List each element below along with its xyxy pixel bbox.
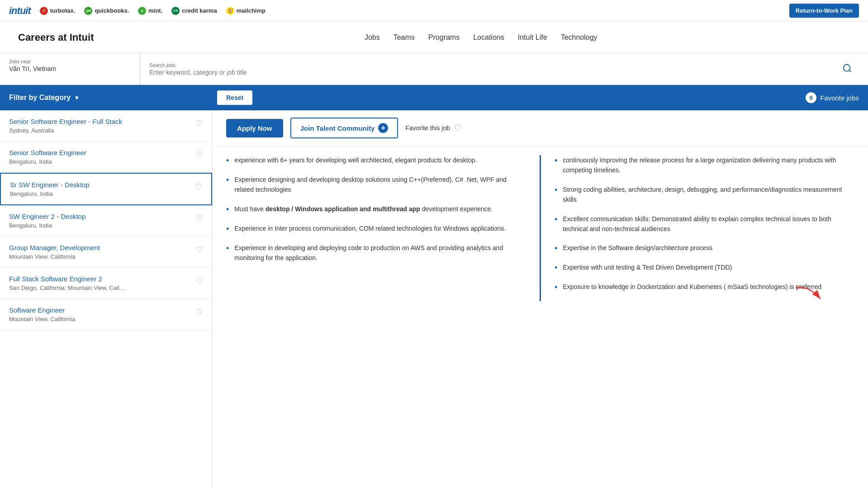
- bullet-text: experience with 6+ years for developing …: [234, 155, 477, 165]
- search-label: Search jobs: [149, 62, 835, 68]
- bullet-item: • Exposure to knowledge in Dockerization…: [555, 282, 854, 292]
- bullet-text: Must have desktop / Windows application …: [234, 204, 493, 214]
- bullet-text: Experience in developing and deploying c…: [234, 243, 526, 263]
- bullet-item: • Expertise with unit testing & Test Dri…: [555, 262, 854, 273]
- favorite-heart-icon[interactable]: ♡: [196, 245, 203, 255]
- svg-line-1: [849, 70, 851, 72]
- nav-programs[interactable]: Programs: [428, 31, 460, 44]
- turbotax-brand[interactable]: ✓ turbotax.: [40, 7, 76, 15]
- favorite-heart-icon[interactable]: ♡: [196, 150, 203, 160]
- favorite-heart-icon[interactable]: ♡: [196, 307, 203, 317]
- job-list-panel: Senior Software Engineer - Full Stack Sy…: [0, 110, 213, 487]
- list-item[interactable]: Software Engineer Mountain View, Califor…: [0, 299, 212, 330]
- bullet-text: Expertise with unit testing & Test Drive…: [563, 262, 732, 272]
- job-location: Mountain View, California: [9, 316, 75, 322]
- bullet-item: • continuously improving the release pro…: [555, 155, 854, 175]
- bullet-item: • Excellent communication skills: Demons…: [555, 214, 854, 234]
- brand-logos: intuit ✓ turbotax. QB quickbooks. ● mint…: [9, 5, 778, 17]
- top-bar: intuit ✓ turbotax. QB quickbooks. ● mint…: [0, 0, 868, 22]
- bullet-item: • Experience designing and developing de…: [226, 175, 526, 195]
- favorite-job-button[interactable]: Favorite this job ♡: [405, 123, 462, 133]
- job-description: • experience with 6+ years for developin…: [213, 146, 868, 310]
- job-desc-right: • continuously improving the release pro…: [541, 155, 854, 301]
- job-title: Senior Software Engineer - Full Stack: [9, 118, 122, 125]
- bullet-item: • experience with 6+ years for developin…: [226, 155, 526, 166]
- job-title: Group Manager, Development: [9, 244, 100, 251]
- favorite-jobs-section: 0 Favorite jobs: [806, 92, 859, 103]
- bullet-text: Strong coding abilities, architecture, d…: [563, 185, 854, 205]
- nav-technology[interactable]: Technology: [561, 31, 598, 44]
- svg-point-0: [844, 65, 850, 71]
- bullet-icon: •: [226, 224, 229, 234]
- bullet-text: Experience designing and developing desk…: [234, 175, 526, 195]
- favorite-heart-icon[interactable]: ♡: [195, 182, 202, 192]
- bullet-icon: •: [555, 185, 557, 195]
- search-section: Search jobs: [140, 53, 868, 85]
- bullet-icon: •: [555, 283, 557, 292]
- list-item[interactable]: Senior Software Engineer Bengaluru, Indi…: [0, 142, 212, 173]
- nav-jobs[interactable]: Jobs: [365, 31, 380, 44]
- chevron-down-icon: ▾: [75, 94, 78, 101]
- nav-locations[interactable]: Locations: [473, 31, 504, 44]
- bullet-icon: •: [226, 244, 229, 253]
- search-icon: [842, 63, 852, 73]
- heart-icon: ♡: [454, 123, 462, 133]
- list-item[interactable]: Senior Software Engineer - Full Stack Sy…: [0, 110, 212, 142]
- bullet-text: continuously improving the release proce…: [563, 155, 854, 175]
- search-bar: Jobs near Văn Trì, Vietnam Search jobs: [0, 53, 868, 85]
- bullet-icon: •: [555, 244, 557, 253]
- job-location: Bengaluru, India: [9, 158, 86, 165]
- mint-brand[interactable]: ● mint.: [138, 7, 162, 15]
- annotation-arrow: [791, 283, 827, 306]
- nav-teams[interactable]: Teams: [394, 31, 415, 44]
- mint-label: mint.: [148, 7, 162, 14]
- list-item-active[interactable]: Sr SW Engineer - Desktop Bengaluru, Indi…: [0, 173, 212, 205]
- join-talent-button[interactable]: Join Talent Community +: [290, 118, 398, 138]
- location-value: Văn Trì, Vietnam: [9, 65, 56, 72]
- bullet-icon: •: [226, 205, 229, 214]
- favorite-job-label: Favorite this job: [405, 124, 450, 132]
- bullet-item: • Must have desktop / Windows applicatio…: [226, 204, 526, 214]
- apply-now-button[interactable]: Apply Now: [226, 119, 283, 137]
- bullet-item: • Expertise in the Software design/archi…: [555, 243, 854, 253]
- location-section: Jobs near Văn Trì, Vietnam: [0, 53, 140, 85]
- bullet-item: • Experience in Inter process communicat…: [226, 223, 526, 234]
- filter-category-dropdown[interactable]: Filter by Category ▾: [9, 94, 217, 102]
- creditkarma-brand[interactable]: CK credit karma: [171, 7, 217, 15]
- bullet-item: • Experience in developing and deploying…: [226, 243, 526, 263]
- job-desc-left: • experience with 6+ years for developin…: [226, 155, 541, 301]
- reset-button[interactable]: Reset: [217, 90, 252, 105]
- bullet-icon: •: [555, 263, 557, 273]
- job-title: Software Engineer: [9, 306, 75, 314]
- list-item[interactable]: Group Manager, Development Mountain View…: [0, 237, 212, 268]
- quickbooks-brand[interactable]: QB quickbooks.: [84, 7, 129, 15]
- favorite-jobs-label: Favorite jobs: [820, 94, 859, 102]
- favorite-count-badge: 0: [806, 92, 816, 103]
- search-button[interactable]: [835, 59, 859, 79]
- job-location: Bengaluru, India: [9, 222, 85, 229]
- filter-bar: Filter by Category ▾ Reset 0 Favorite jo…: [0, 85, 868, 110]
- favorite-heart-icon[interactable]: ♡: [196, 118, 203, 128]
- list-item[interactable]: Full Stack Software Engineer 2 San Diego…: [0, 268, 212, 299]
- turbotax-icon: ✓: [40, 7, 48, 15]
- mailchimp-brand[interactable]: 🐒 mailchimp: [226, 7, 266, 15]
- mailchimp-icon: 🐒: [226, 7, 234, 15]
- list-item[interactable]: SW Engineer 2 - Desktop Bengaluru, India…: [0, 205, 212, 237]
- return-to-work-button[interactable]: Return-to-Work Plan: [789, 4, 859, 18]
- search-input[interactable]: [149, 69, 835, 76]
- intuit-logo[interactable]: intuit: [9, 5, 31, 17]
- bullet-item: • Strong coding abilities, architecture,…: [555, 185, 854, 205]
- favorite-heart-icon[interactable]: ♡: [196, 213, 203, 223]
- job-title: Full Stack Software Engineer 2: [9, 275, 125, 283]
- creditkarma-icon: CK: [171, 7, 180, 15]
- main-nav: Careers at Intuit Jobs Teams Programs Lo…: [0, 22, 868, 53]
- favorite-heart-icon[interactable]: ♡: [196, 276, 203, 286]
- job-location: San Diego, California; Mountain View, Ca…: [9, 284, 125, 291]
- creditkarma-label: credit karma: [182, 7, 217, 14]
- bullet-icon: •: [226, 156, 229, 166]
- mailchimp-label: mailchimp: [237, 7, 266, 14]
- nav-intuit-life[interactable]: Intuit Life: [518, 31, 547, 44]
- bullet-icon: •: [555, 156, 557, 166]
- plus-icon: +: [378, 123, 388, 133]
- job-title: SW Engineer 2 - Desktop: [9, 213, 85, 220]
